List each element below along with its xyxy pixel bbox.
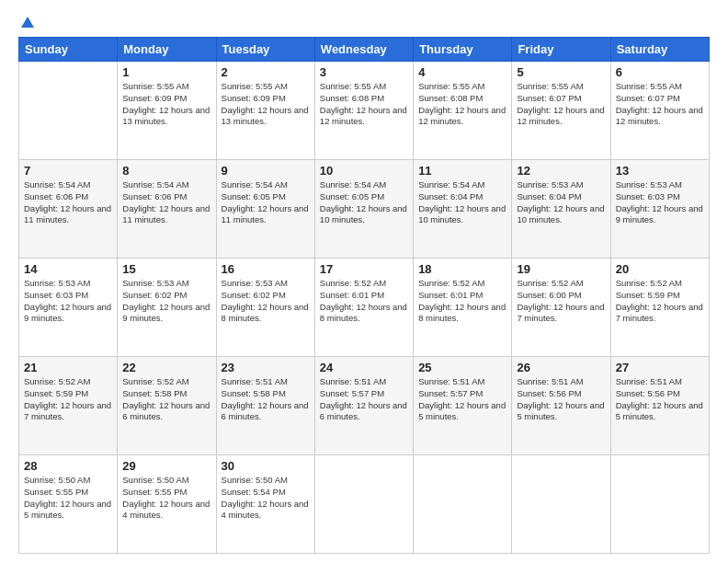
weekday-header-wednesday: Wednesday — [314, 38, 413, 62]
day-info: Sunrise: 5:52 AMSunset: 5:59 PMDaylight:… — [616, 278, 704, 325]
day-number: 10 — [320, 164, 408, 178]
day-number: 1 — [122, 65, 210, 79]
day-number: 2 — [222, 65, 310, 79]
calendar-cell: 15Sunrise: 5:53 AMSunset: 6:02 PMDayligh… — [118, 259, 216, 357]
calendar-cell: 9Sunrise: 5:54 AMSunset: 6:05 PMDaylight… — [216, 160, 314, 259]
calendar-cell: 13Sunrise: 5:53 AMSunset: 6:03 PMDayligh… — [610, 160, 709, 259]
day-info: Sunrise: 5:51 AMSunset: 5:56 PMDaylight:… — [616, 376, 704, 423]
calendar-cell: 25Sunrise: 5:51 AMSunset: 5:57 PMDayligh… — [414, 357, 512, 455]
calendar-cell: 2Sunrise: 5:55 AMSunset: 6:09 PMDaylight… — [216, 62, 314, 160]
weekday-header-sunday: Sunday — [19, 38, 118, 62]
day-number: 19 — [517, 262, 605, 276]
day-info: Sunrise: 5:50 AMSunset: 5:54 PMDaylight:… — [222, 475, 310, 522]
day-info: Sunrise: 5:51 AMSunset: 5:56 PMDaylight:… — [517, 376, 605, 423]
day-number: 8 — [122, 164, 210, 178]
logo-icon — [19, 15, 36, 31]
day-info: Sunrise: 5:54 AMSunset: 6:06 PMDaylight:… — [24, 179, 112, 226]
calendar-cell: 10Sunrise: 5:54 AMSunset: 6:05 PMDayligh… — [314, 160, 413, 259]
day-info: Sunrise: 5:55 AMSunset: 6:07 PMDaylight:… — [616, 81, 704, 128]
calendar-cell: 19Sunrise: 5:52 AMSunset: 6:00 PMDayligh… — [512, 259, 610, 357]
day-info: Sunrise: 5:54 AMSunset: 6:05 PMDaylight:… — [222, 179, 310, 226]
day-info: Sunrise: 5:54 AMSunset: 6:05 PMDaylight:… — [320, 179, 408, 226]
day-info: Sunrise: 5:50 AMSunset: 5:55 PMDaylight:… — [24, 475, 112, 522]
day-number: 7 — [24, 164, 112, 178]
day-number: 28 — [24, 459, 112, 473]
day-number: 22 — [122, 361, 210, 374]
day-info: Sunrise: 5:52 AMSunset: 5:59 PMDaylight:… — [24, 376, 112, 423]
calendar-cell — [512, 455, 610, 554]
day-number: 6 — [616, 65, 704, 79]
calendar-cell: 12Sunrise: 5:53 AMSunset: 6:04 PMDayligh… — [512, 160, 610, 259]
day-number: 13 — [616, 164, 704, 178]
calendar-cell: 1Sunrise: 5:55 AMSunset: 6:09 PMDaylight… — [118, 62, 216, 160]
day-info: Sunrise: 5:53 AMSunset: 6:03 PMDaylight:… — [24, 278, 112, 325]
day-number: 29 — [122, 459, 210, 473]
calendar-cell: 11Sunrise: 5:54 AMSunset: 6:04 PMDayligh… — [414, 160, 512, 259]
day-number: 11 — [418, 164, 506, 178]
day-info: Sunrise: 5:55 AMSunset: 6:07 PMDaylight:… — [517, 81, 605, 128]
calendar-cell: 20Sunrise: 5:52 AMSunset: 5:59 PMDayligh… — [610, 259, 709, 357]
svg-marker-0 — [21, 17, 34, 28]
calendar-cell: 30Sunrise: 5:50 AMSunset: 5:54 PMDayligh… — [216, 455, 314, 554]
weekday-header-thursday: Thursday — [414, 38, 512, 62]
page: SundayMondayTuesdayWednesdayThursdayFrid… — [0, 0, 728, 563]
day-info: Sunrise: 5:52 AMSunset: 6:00 PMDaylight:… — [517, 278, 605, 325]
calendar-cell: 23Sunrise: 5:51 AMSunset: 5:58 PMDayligh… — [216, 357, 314, 455]
weekday-header-saturday: Saturday — [610, 38, 709, 62]
calendar-cell: 24Sunrise: 5:51 AMSunset: 5:57 PMDayligh… — [314, 357, 413, 455]
calendar-cell — [19, 62, 118, 160]
day-info: Sunrise: 5:55 AMSunset: 6:08 PMDaylight:… — [320, 81, 408, 128]
day-number: 16 — [222, 262, 310, 276]
calendar-cell: 4Sunrise: 5:55 AMSunset: 6:08 PMDaylight… — [414, 62, 512, 160]
calendar-cell — [610, 455, 709, 554]
calendar-cell: 22Sunrise: 5:52 AMSunset: 5:58 PMDayligh… — [118, 357, 216, 455]
day-number: 3 — [320, 65, 408, 79]
day-info: Sunrise: 5:53 AMSunset: 6:02 PMDaylight:… — [222, 278, 310, 325]
logo — [18, 15, 37, 28]
day-number: 17 — [320, 262, 408, 276]
day-info: Sunrise: 5:55 AMSunset: 6:08 PMDaylight:… — [418, 81, 506, 128]
calendar-cell: 14Sunrise: 5:53 AMSunset: 6:03 PMDayligh… — [19, 259, 118, 357]
day-info: Sunrise: 5:52 AMSunset: 5:58 PMDaylight:… — [122, 376, 210, 423]
day-number: 23 — [222, 361, 310, 374]
header — [18, 15, 710, 28]
day-number: 30 — [222, 459, 310, 473]
day-info: Sunrise: 5:51 AMSunset: 5:58 PMDaylight:… — [222, 376, 310, 423]
calendar-cell — [414, 455, 512, 554]
day-info: Sunrise: 5:52 AMSunset: 6:01 PMDaylight:… — [320, 278, 408, 325]
day-info: Sunrise: 5:52 AMSunset: 6:01 PMDaylight:… — [418, 278, 506, 325]
calendar-cell: 18Sunrise: 5:52 AMSunset: 6:01 PMDayligh… — [414, 259, 512, 357]
day-number: 9 — [222, 164, 310, 178]
day-number: 20 — [616, 262, 704, 276]
day-info: Sunrise: 5:51 AMSunset: 5:57 PMDaylight:… — [418, 376, 506, 423]
calendar-cell: 26Sunrise: 5:51 AMSunset: 5:56 PMDayligh… — [512, 357, 610, 455]
day-info: Sunrise: 5:53 AMSunset: 6:03 PMDaylight:… — [616, 179, 704, 226]
calendar-cell: 5Sunrise: 5:55 AMSunset: 6:07 PMDaylight… — [512, 62, 610, 160]
day-number: 4 — [418, 65, 506, 79]
day-number: 15 — [122, 262, 210, 276]
calendar-cell: 21Sunrise: 5:52 AMSunset: 5:59 PMDayligh… — [19, 357, 118, 455]
calendar-cell — [314, 455, 413, 554]
day-number: 12 — [517, 164, 605, 178]
weekday-header-friday: Friday — [512, 38, 610, 62]
calendar-table: SundayMondayTuesdayWednesdayThursdayFrid… — [18, 37, 710, 554]
day-info: Sunrise: 5:51 AMSunset: 5:57 PMDaylight:… — [320, 376, 408, 423]
calendar-cell: 29Sunrise: 5:50 AMSunset: 5:55 PMDayligh… — [118, 455, 216, 554]
day-number: 25 — [418, 361, 506, 374]
day-number: 5 — [517, 65, 605, 79]
day-info: Sunrise: 5:53 AMSunset: 6:02 PMDaylight:… — [122, 278, 210, 325]
day-number: 27 — [616, 361, 704, 374]
day-info: Sunrise: 5:54 AMSunset: 6:04 PMDaylight:… — [418, 179, 506, 226]
calendar-cell: 16Sunrise: 5:53 AMSunset: 6:02 PMDayligh… — [216, 259, 314, 357]
day-number: 21 — [24, 361, 112, 374]
day-info: Sunrise: 5:53 AMSunset: 6:04 PMDaylight:… — [517, 179, 605, 226]
day-number: 26 — [517, 361, 605, 374]
calendar-cell: 6Sunrise: 5:55 AMSunset: 6:07 PMDaylight… — [610, 62, 709, 160]
calendar-cell: 28Sunrise: 5:50 AMSunset: 5:55 PMDayligh… — [19, 455, 118, 554]
day-number: 14 — [24, 262, 112, 276]
day-info: Sunrise: 5:55 AMSunset: 6:09 PMDaylight:… — [122, 81, 210, 128]
calendar-cell: 7Sunrise: 5:54 AMSunset: 6:06 PMDaylight… — [19, 160, 118, 259]
day-info: Sunrise: 5:55 AMSunset: 6:09 PMDaylight:… — [222, 81, 310, 128]
day-number: 18 — [418, 262, 506, 276]
calendar-cell: 17Sunrise: 5:52 AMSunset: 6:01 PMDayligh… — [314, 259, 413, 357]
